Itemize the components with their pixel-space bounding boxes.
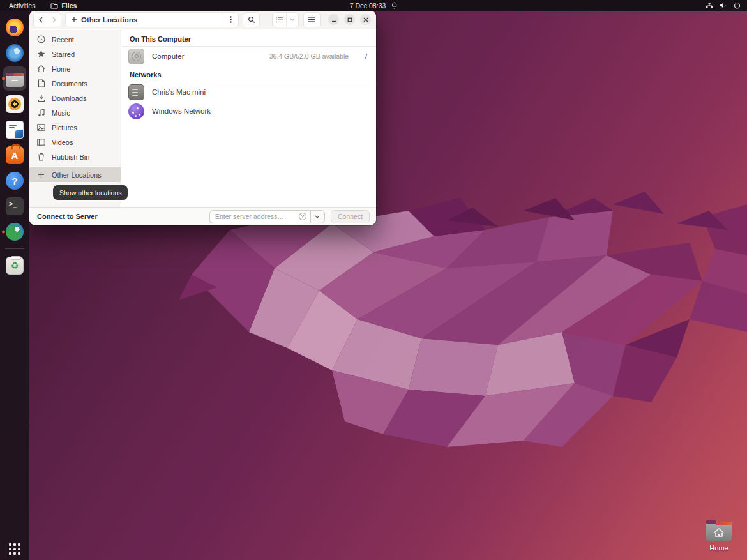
minimize-icon (331, 17, 336, 22)
close-button[interactable] (360, 14, 371, 25)
view-toggle-group (272, 12, 299, 27)
section-heading-on-this-computer: On This Computer (122, 30, 376, 47)
house-icon (713, 527, 725, 538)
help-icon: ? (6, 172, 24, 190)
maximize-icon (347, 17, 352, 22)
place-name: Windows Network (152, 107, 211, 115)
dock: A ? >_ ♻ (0, 11, 29, 560)
clock-icon (36, 35, 46, 43)
content-pane: On This Computer Computer 36.4 GB/52.0 G… (122, 30, 376, 207)
dock-item-files[interactable] (0, 66, 29, 91)
home-icon (36, 64, 46, 73)
app-menu-label: Files (61, 2, 77, 10)
sidebar-item-downloads[interactable]: Downloads (29, 91, 121, 105)
dock-item-libreoffice-writer[interactable] (0, 117, 29, 142)
server-icon (128, 84, 144, 100)
kebab-menu-icon (230, 16, 232, 23)
view-options-dropdown[interactable] (287, 13, 298, 27)
place-row-mac-mini[interactable]: Chris's Mac mini (122, 82, 376, 102)
list-view-button[interactable] (273, 13, 287, 27)
show-applications-button[interactable] (9, 543, 20, 555)
sidebar-label: Documents (52, 80, 87, 87)
chevron-down-icon (315, 215, 320, 218)
thunderbird-icon (6, 44, 24, 62)
dock-divider (5, 248, 24, 249)
recent-servers-dropdown[interactable] (310, 210, 325, 223)
dock-item-web-globe[interactable] (0, 219, 29, 245)
sidebar-item-rubbish-bin[interactable]: Rubbish Bin (29, 149, 121, 164)
files-folder-icon (50, 3, 58, 9)
hamburger-menu-button[interactable] (303, 12, 321, 27)
dock-item-terminal[interactable]: >_ (0, 193, 29, 219)
path-bar[interactable]: Other Locations (65, 12, 239, 27)
files-icon (6, 70, 24, 87)
forward-button[interactable] (47, 13, 61, 27)
sidebar-item-videos[interactable]: Videos (29, 135, 121, 149)
power-icon (734, 2, 741, 9)
files-running-indicator (2, 77, 5, 80)
plus-icon (71, 17, 77, 23)
web-globe-running-indicator (2, 231, 5, 234)
search-button[interactable] (243, 12, 260, 27)
video-icon (36, 139, 46, 146)
sidebar-item-other-locations[interactable]: Other Locations (29, 167, 121, 182)
dock-item-thunderbird[interactable] (0, 40, 29, 66)
sidebar-item-pictures[interactable]: Pictures (29, 120, 121, 135)
app-menu-files[interactable]: Files (50, 2, 77, 10)
sidebar-label: Music (52, 109, 70, 117)
tooltip: Show other locations (53, 185, 128, 200)
sidebar-label: Downloads (52, 95, 86, 102)
search-icon (248, 16, 255, 24)
place-row-computer[interactable]: Computer 36.4 GB/52.0 GB available / (122, 47, 376, 66)
location-menu-button[interactable] (223, 13, 238, 27)
chevron-down-icon (290, 18, 295, 21)
sidebar-item-music[interactable]: Music (29, 105, 121, 120)
web-globe-icon (6, 223, 24, 241)
place-name: Computer (152, 52, 185, 60)
activities-label: Activities (9, 2, 35, 10)
connect-button-label: Connect (338, 213, 363, 220)
sidebar-item-home[interactable]: Home (29, 61, 121, 76)
volume-icon (720, 2, 727, 9)
header-bar: Other Locations (29, 10, 376, 29)
dock-item-ubuntu-software[interactable]: A (0, 142, 29, 168)
list-view-icon (276, 17, 283, 23)
close-icon (363, 17, 368, 22)
sidebar-label: Recent (52, 36, 74, 43)
clock-button[interactable]: 7 Dec 08:33 (350, 2, 398, 10)
home-launcher-label: Home (709, 544, 728, 552)
firefox-icon (6, 19, 24, 36)
maximize-button[interactable] (344, 14, 355, 25)
place-name: Chris's Mac mini (152, 88, 206, 96)
dock-item-rubbish-bin[interactable]: ♻ (0, 253, 29, 278)
star-icon (36, 50, 46, 58)
dock-item-rhythmbox[interactable] (0, 91, 29, 117)
download-icon (36, 94, 46, 102)
sidebar-label: Starred (52, 50, 75, 58)
activities-button[interactable]: Activities (9, 2, 35, 10)
place-row-windows-network[interactable]: Windows Network (122, 102, 376, 121)
rubbish-bin-icon: ♻ (6, 257, 24, 275)
notification-bell-icon (391, 2, 397, 9)
mount-path: / (365, 52, 367, 60)
sidebar-label: Pictures (52, 124, 77, 132)
network-icon (706, 2, 713, 9)
minimize-button[interactable] (328, 14, 339, 25)
help-icon[interactable]: ? (299, 213, 306, 220)
hard-disk-icon (128, 49, 144, 64)
sidebar-item-documents[interactable]: Documents (29, 76, 121, 91)
connect-button[interactable]: Connect (331, 210, 370, 223)
system-status-area[interactable] (706, 2, 741, 9)
server-address-input[interactable] (209, 210, 310, 223)
dock-item-help[interactable]: ? (0, 168, 29, 193)
sidebar-item-starred[interactable]: Starred (29, 47, 121, 61)
sidebar-item-recent[interactable]: Recent (29, 32, 121, 47)
back-button[interactable] (34, 13, 47, 27)
connect-to-server-bar: Connect to Server ? Connect (29, 207, 376, 225)
desktop-home-launcher[interactable]: Home (702, 520, 736, 552)
libreoffice-writer-icon (6, 121, 24, 139)
ubuntu-software-icon: A (6, 146, 24, 164)
nav-button-group (33, 12, 61, 27)
connect-to-server-label: Connect to Server (37, 213, 98, 220)
dock-item-firefox[interactable] (0, 15, 29, 40)
